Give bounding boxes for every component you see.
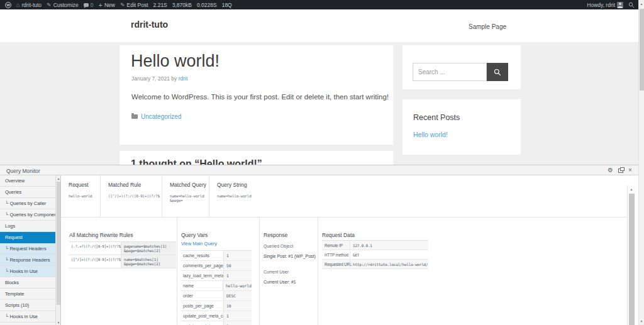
admin-bar-comments[interactable]: 0 bbox=[84, 2, 94, 8]
scrollbar-thumb[interactable] bbox=[629, 194, 635, 325]
scrollbar-thumb[interactable] bbox=[640, 9, 644, 91]
admin-bar: W ⌂ rdrit-tuto ✎ Customize 0 + New ✎ Edi… bbox=[0, 0, 638, 9]
recent-post-link[interactable]: Hello world! bbox=[413, 131, 448, 138]
summary-label: Matched Query bbox=[170, 182, 209, 188]
table-row: ([^/]+)(?:/([0-9]+))?/?$ name=$matches[1… bbox=[69, 255, 176, 268]
close-icon[interactable]: × bbox=[628, 167, 632, 174]
wordpress-logo-icon: W bbox=[5, 2, 11, 8]
scroll-up-icon[interactable]: ▲ bbox=[639, 1, 644, 6]
qm-menu-response-headers[interactable]: └ Response Headers bbox=[0, 255, 55, 266]
queried-object-label: Queried Object bbox=[264, 244, 293, 248]
rewrite-rules-table: (.?.+?)(?:/([0-9]+))?/?$ pagename=$match… bbox=[69, 241, 176, 268]
search-icon bbox=[628, 2, 635, 8]
var-value: 10 bbox=[223, 301, 252, 311]
table-row: update_post_term_cache1 bbox=[180, 321, 252, 325]
qm-menu-logs[interactable]: Logs bbox=[0, 221, 55, 232]
qm-menu-request-headers[interactable]: └ Request Headers bbox=[0, 243, 55, 255]
avatar bbox=[617, 2, 623, 8]
admin-bar-site-name-label: rdrit-tuto bbox=[21, 2, 42, 8]
summary-value: ([^/]+)(?:/([0-9]+))?/?$ bbox=[108, 194, 162, 198]
search-button[interactable] bbox=[487, 63, 508, 81]
scroll-up-icon[interactable]: ▲ bbox=[628, 187, 635, 192]
home-icon: ⌂ bbox=[16, 2, 19, 8]
qm-stat-db-time[interactable]: 0.0228S bbox=[197, 2, 217, 8]
var-value: 50 bbox=[223, 261, 252, 270]
category-folder-icon bbox=[131, 114, 138, 119]
page-scrollbar[interactable]: ▲ ▼ bbox=[638, 0, 644, 325]
qm-menu-hooks-in-use[interactable]: └ Hooks in Use bbox=[0, 266, 55, 277]
request-data-value: http://rdrittuto.local/hello-world/ bbox=[350, 260, 428, 268]
qm-stat-memory[interactable]: 3,870kB bbox=[172, 2, 192, 8]
query-vars-table: cache_results1 comments_per_page50 lazy_… bbox=[180, 250, 252, 325]
query-monitor-panel: Query Monitor ⚙ × Overview Queries └ Que… bbox=[0, 165, 638, 325]
scroll-up-icon[interactable]: ▲ bbox=[56, 176, 61, 181]
toggle-position-icon[interactable] bbox=[618, 168, 623, 173]
scroll-down-icon[interactable]: ▼ bbox=[639, 319, 644, 324]
qm-menu-queries[interactable]: Queries bbox=[0, 187, 55, 198]
qm-menu-blocks[interactable]: Blocks bbox=[0, 277, 55, 289]
var-value: hello-world bbox=[223, 281, 252, 290]
qm-titlebar[interactable]: Query Monitor ⚙ × bbox=[0, 165, 638, 175]
table-row: update_post_meta_cache1 bbox=[180, 311, 252, 321]
rewrite-rules-title: All Matching Rewrite Rules bbox=[69, 232, 133, 238]
var-name: lazy_load_term_meta bbox=[180, 271, 223, 280]
summary-value: name=hello-world bbox=[217, 194, 335, 198]
qm-menu-overview[interactable]: Overview bbox=[0, 175, 55, 187]
admin-bar-edit-post[interactable]: ✎ Edit Post bbox=[120, 2, 148, 8]
qm-panel-scrollbar[interactable]: ▲ ▼ bbox=[627, 185, 635, 325]
var-value: DESC bbox=[223, 291, 252, 300]
scroll-down-icon[interactable]: ▼ bbox=[56, 320, 61, 325]
qm-menu-scripts[interactable]: Scripts (10) bbox=[0, 300, 55, 311]
table-row: Requested URLhttp://rdrittuto.local/hell… bbox=[322, 260, 428, 269]
table-row: cache_results1 bbox=[180, 251, 252, 261]
category-link[interactable]: Uncategorized bbox=[141, 113, 181, 120]
request-data-title: Request Data bbox=[322, 232, 355, 238]
summary-value: name=hello-world &page= bbox=[170, 194, 209, 202]
site-frontend: rdrit-tuto Sample Page Hello world! Janu… bbox=[0, 9, 638, 165]
divider bbox=[177, 218, 177, 325]
post-author-link[interactable]: rdrit bbox=[179, 75, 188, 82]
request-data-value: 127.0.0.1 bbox=[350, 241, 428, 250]
qm-menu-queries-by-component[interactable]: └ Queries by Component bbox=[0, 209, 55, 221]
comments-heading: 1 thought on “Hello world!” bbox=[131, 158, 262, 165]
nav-item-sample-page[interactable]: Sample Page bbox=[469, 23, 506, 30]
summary-value: hello-world bbox=[69, 194, 100, 198]
site-title[interactable]: rdrit-tuto bbox=[131, 19, 168, 30]
query-vars-title: Query Vars bbox=[181, 232, 208, 238]
rewrite-query: pagename=$matches[1] &page=$matches[2] bbox=[121, 242, 176, 255]
admin-bar-customize[interactable]: ✎ Customize bbox=[47, 2, 79, 8]
var-name: order bbox=[180, 291, 223, 300]
request-data-label: HTTP method bbox=[322, 250, 350, 259]
request-data-label: Remote IP bbox=[322, 241, 350, 250]
admin-bar-search[interactable] bbox=[628, 2, 635, 8]
qm-stat-queries[interactable]: 18Q bbox=[222, 2, 232, 8]
var-value: 1 bbox=[223, 311, 252, 321]
scrollbar-thumb[interactable] bbox=[57, 182, 61, 305]
table-row: comments_per_page50 bbox=[180, 261, 252, 271]
qm-summary-request: Request hello-world bbox=[61, 175, 101, 217]
table-row: posts_per_page10 bbox=[180, 301, 252, 311]
current-user-label: Current User bbox=[264, 270, 289, 274]
qm-stat-time[interactable]: 2.21S bbox=[153, 2, 167, 8]
admin-bar-account[interactable]: Howdy, rdrit bbox=[587, 2, 623, 8]
settings-gear-icon[interactable]: ⚙ bbox=[608, 167, 613, 174]
search-input[interactable] bbox=[413, 63, 487, 81]
rewrite-query: name=$matches[1] &page=$matches[2] bbox=[121, 255, 176, 268]
admin-bar-site-name[interactable]: ⌂ rdrit-tuto bbox=[16, 2, 42, 8]
var-name: name bbox=[180, 281, 223, 290]
admin-bar-new[interactable]: + New bbox=[99, 2, 115, 8]
qm-menu-queries-by-caller[interactable]: └ Queries by Caller bbox=[0, 198, 55, 209]
qm-menu-scripts-hooks-in-use[interactable]: └ Hooks in Use bbox=[0, 311, 55, 322]
qm-sidebar-scrollbar[interactable]: ▲ ▼ bbox=[55, 175, 61, 325]
queried-object-value: Single Post: #1 (WP_Post) bbox=[264, 254, 316, 258]
post-title[interactable]: Hello world! bbox=[131, 52, 219, 71]
qm-menu-template[interactable]: Template bbox=[0, 289, 55, 300]
qm-menu-request[interactable]: Request bbox=[0, 232, 55, 243]
comments-card: 1 thought on “Hello world!” bbox=[119, 151, 393, 165]
wp-logo-menu[interactable]: W bbox=[5, 2, 11, 8]
var-value: 1 bbox=[223, 271, 252, 280]
view-main-query-link[interactable]: View Main Query bbox=[181, 241, 217, 246]
qm-panel-title: Query Monitor bbox=[6, 168, 40, 174]
new-label: New bbox=[104, 2, 115, 8]
var-value: 1 bbox=[223, 321, 252, 325]
